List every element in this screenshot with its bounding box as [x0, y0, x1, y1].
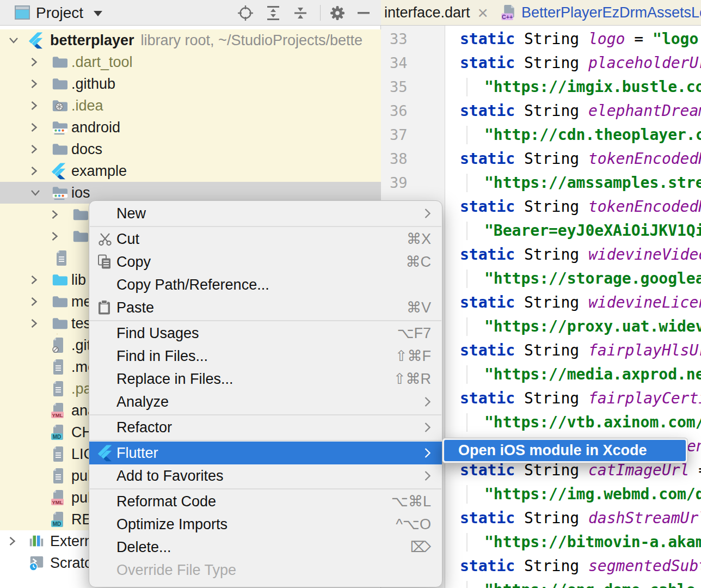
- menu-item-label: Add to Favorites: [116, 468, 224, 485]
- chevron-right-icon[interactable]: [29, 296, 38, 308]
- editor-tab-bar: interface.dart × C++ BetterPlayerEzDrmAs…: [381, 0, 701, 26]
- menu-item-find-usages[interactable]: Find Usages⌥F7: [89, 322, 442, 345]
- folder-test-icon: [51, 315, 65, 332]
- code-line: static String segmentedSubti: [445, 554, 701, 578]
- submenu-item-label: Open iOS module in Xcode: [458, 442, 647, 459]
- menu-item-label: Refactor: [116, 419, 172, 436]
- chevron-right-icon[interactable]: [29, 274, 38, 286]
- chevron-right-icon[interactable]: [29, 121, 38, 133]
- dropdown-caret-icon[interactable]: [94, 11, 102, 16]
- chevron-right-icon[interactable]: [29, 165, 38, 177]
- code-line: static String widevineLicens: [445, 291, 701, 315]
- menu-separator: [90, 226, 441, 227]
- code-token: String: [515, 461, 588, 479]
- tree-item-example[interactable]: example: [0, 160, 381, 182]
- code-line: "https://proxy.uat.widev: [445, 315, 701, 339]
- code-token: String: [515, 102, 588, 120]
- code-token: elephantDreamS: [588, 102, 701, 120]
- tree-item-annotation: library root, ~/StudioProjects/bette: [141, 32, 362, 48]
- chevron-down-icon[interactable]: [29, 188, 41, 197]
- panel-title[interactable]: Project: [36, 4, 83, 22]
- menu-item-label: Flutter: [116, 445, 158, 462]
- menu-item-optimize-imports[interactable]: Optimize Imports^⌥O: [89, 513, 442, 536]
- code-line: "https://amssamples.stre: [445, 171, 701, 195]
- chevron-right-icon[interactable]: [29, 78, 38, 90]
- menu-item-analyze[interactable]: Analyze: [89, 390, 442, 413]
- code-token: static: [460, 198, 515, 216]
- code-token: String: [515, 54, 588, 72]
- menu-item-label: Paste: [116, 299, 154, 316]
- menu-item-label: Override File Type: [116, 562, 236, 579]
- chevron-right-icon[interactable]: [29, 100, 38, 112]
- menu-item-override-file-type[interactable]: Override File Type: [89, 559, 442, 581]
- menu-item-cut[interactable]: Cut⌘X: [89, 228, 442, 250]
- menu-item-label: Copy: [116, 254, 151, 271]
- chevron-right-icon[interactable]: [8, 535, 16, 547]
- code-token: String: [515, 341, 588, 359]
- tree-item--dart-tool[interactable]: .dart_tool: [0, 51, 381, 73]
- menu-item-copy-path-reference[interactable]: Copy Path/Reference...: [89, 273, 442, 296]
- menu-item-reformat-code[interactable]: Reformat Code⌥⌘L: [89, 490, 442, 513]
- menu-item-label: Analyze: [116, 394, 169, 411]
- menu-separator: [90, 414, 441, 415]
- menu-item-paste[interactable]: Paste⌘V: [89, 296, 442, 319]
- code-token: "https://bitmovin-a.akam: [484, 533, 701, 551]
- code-token: "https://img.webmd.com/d: [484, 485, 701, 503]
- chevron-right-icon[interactable]: [29, 143, 38, 155]
- menu-item-flutter[interactable]: Flutter: [89, 442, 442, 464]
- tree-item-betterplayer[interactable]: betterplayerlibrary root, ~/StudioProjec…: [0, 29, 381, 51]
- code-token: widevineVideoU: [588, 246, 701, 264]
- tree-item-docs[interactable]: docs: [0, 138, 381, 160]
- tree-item-label: Extern: [50, 533, 93, 549]
- code-token: catImageUrl: [588, 461, 689, 479]
- locate-target-icon[interactable]: [237, 4, 254, 22]
- tree-item--github[interactable]: .github: [0, 73, 381, 95]
- expand-all-icon[interactable]: [265, 4, 282, 22]
- settings-gear-icon[interactable]: [329, 4, 346, 22]
- code-line: "https://eng-demo.cable: [445, 578, 701, 588]
- menu-item-open-ios-module-in-xcode[interactable]: Open iOS module in Xcode: [444, 440, 686, 461]
- code-line: static String fairplayHlsUr: [445, 339, 701, 363]
- code-line: static String elephantDreamS: [445, 99, 701, 123]
- chevron-right-icon[interactable]: [50, 209, 59, 220]
- scratches-icon: [28, 555, 45, 571]
- code-token: "http://cdn.theoplayer.c: [484, 126, 701, 144]
- tree-item-label: android: [71, 119, 120, 136]
- collapse-all-icon[interactable]: [292, 4, 310, 22]
- menu-item-shortcut: ⌘X: [407, 230, 431, 248]
- code-editor[interactable]: static String logo = "logo.pstatic Strin…: [445, 26, 701, 588]
- code-token: placeholderUrl: [588, 54, 701, 72]
- code-token: static: [460, 246, 515, 264]
- cpp-file-icon: C++: [501, 4, 516, 21]
- menu-item-find-in-files[interactable]: Find in Files...⇧⌘F: [89, 345, 442, 367]
- chevron-right-icon[interactable]: [29, 317, 38, 329]
- file-yml-icon: YML: [51, 489, 66, 506]
- code-token: "https://media.axprod.ne: [484, 365, 701, 383]
- chevron-right-icon[interactable]: [29, 56, 38, 68]
- code-token: static: [460, 150, 515, 168]
- hide-panel-minus-icon[interactable]: [356, 4, 373, 22]
- code-line: static String fairplayCertif: [445, 387, 701, 411]
- menu-item-replace-in-files[interactable]: Replace in Files...⇧⌘R: [89, 367, 442, 390]
- menu-item-refactor[interactable]: Refactor: [89, 416, 442, 439]
- chevron-down-icon[interactable]: [8, 36, 20, 45]
- code-token: "https://proxy.uat.widev: [484, 317, 701, 335]
- tab-interface-dart[interactable]: interface.dart ×: [381, 0, 495, 25]
- code-token: segmentedSubti: [588, 557, 701, 575]
- tree-item-label: ios: [71, 185, 90, 201]
- close-icon[interactable]: ×: [478, 4, 488, 22]
- tree-item--idea[interactable]: .idea: [0, 95, 381, 117]
- menu-item-delete[interactable]: Delete...⌦: [89, 536, 442, 559]
- code-line: static String dashStreamUrl: [445, 506, 701, 530]
- cut-icon: [97, 231, 113, 247]
- code-token: "Bearer=eyJ0eXAiOiJKV1Qi: [484, 222, 701, 240]
- menu-item-copy[interactable]: Copy⌘C: [89, 250, 442, 273]
- tree-item-android[interactable]: android: [0, 117, 381, 138]
- flutter-icon: [97, 445, 113, 462]
- tab-betterplayer-ezdrm[interactable]: C++ BetterPlayerEzDrmAssetsLoaderD: [501, 0, 701, 25]
- menu-item-shortcut: ⌥⌘L: [391, 493, 431, 510]
- menu-item-new[interactable]: New: [89, 202, 442, 225]
- chevron-right-icon[interactable]: [50, 230, 59, 242]
- svg-text:C++: C++: [502, 13, 513, 20]
- menu-item-add-to-favorites[interactable]: Add to Favorites: [89, 464, 442, 487]
